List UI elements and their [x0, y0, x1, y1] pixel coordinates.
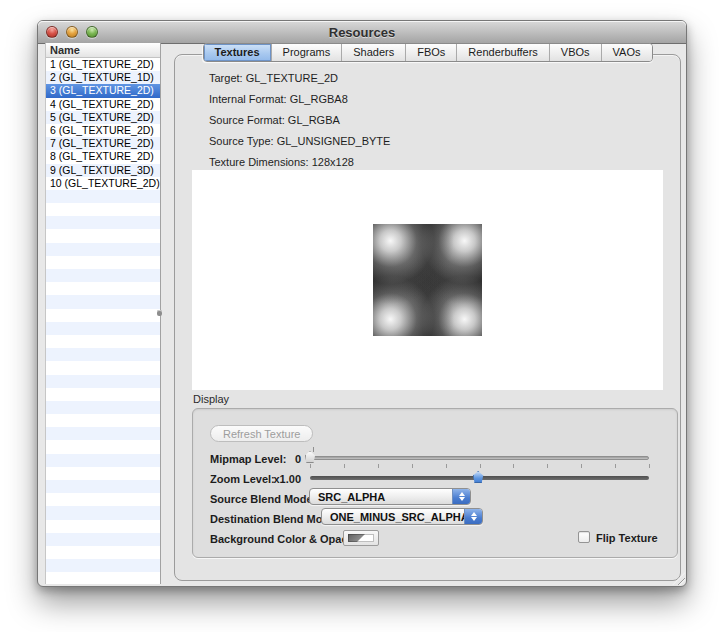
source-blend-mode-popup[interactable]: SRC_ALPHA [309, 488, 471, 505]
empty-list-row [46, 388, 160, 401]
empty-list-row [46, 269, 160, 282]
splitter-handle[interactable] [157, 310, 162, 316]
empty-list-row [46, 440, 160, 453]
destination-blend-mode-value: ONE_MINUS_SRC_ALPHA [330, 510, 469, 524]
background-color-well[interactable] [343, 530, 379, 546]
mipmap-slider[interactable] [310, 450, 649, 463]
mipmap-slider-track[interactable] [310, 456, 649, 460]
resource-list-item[interactable]: 4 (GL_TEXTURE_2D) [46, 98, 160, 111]
empty-list-row [46, 295, 160, 308]
tab-bar: TexturesProgramsShadersFBOsRenderbuffers… [202, 43, 652, 62]
empty-list-row [46, 414, 160, 427]
info-internal-format: Internal Format: GL_RGBA8 [209, 93, 348, 105]
empty-list-row [46, 243, 160, 256]
window-title: Resources [38, 25, 686, 40]
empty-list-row [46, 203, 160, 216]
empty-list-row [46, 572, 160, 584]
empty-list-row [46, 190, 160, 203]
flip-texture-label[interactable]: Flip Texture [596, 532, 658, 544]
display-group-label: Display [193, 393, 229, 405]
empty-list-row [46, 454, 160, 467]
empty-list-row [46, 520, 160, 533]
resource-list-item[interactable]: 10 (GL_TEXTURE_2D) [46, 177, 160, 190]
resource-list-item[interactable]: 8 (GL_TEXTURE_2D) [46, 150, 160, 163]
tab-content-panel: TexturesProgramsShadersFBOsRenderbuffers… [174, 54, 681, 581]
popup-arrows-icon [464, 509, 482, 524]
resource-list-item[interactable]: 6 (GL_TEXTURE_2D) [46, 124, 160, 137]
resource-list-item[interactable]: 3 (GL_TEXTURE_2D) [46, 84, 160, 97]
zoom-slider-ticks [310, 464, 649, 469]
empty-list-row [46, 506, 160, 519]
name-column-header[interactable]: Name [46, 43, 160, 58]
resource-list-item[interactable]: 5 (GL_TEXTURE_2D) [46, 111, 160, 124]
info-target: Target: GL_TEXTURE_2D [209, 72, 338, 84]
empty-list-row [46, 322, 160, 335]
resource-sidebar: Name 1 (GL_TEXTURE_2D)2 (GL_TEXTURE_1D)3… [45, 43, 161, 584]
tab-fbos[interactable]: FBOs [406, 44, 457, 61]
empty-list-row [46, 361, 160, 374]
display-group-box: Refresh Texture Mipmap Level: 0 Zoom Lev… [192, 408, 678, 558]
resource-list-item[interactable]: 1 (GL_TEXTURE_2D) [46, 58, 160, 71]
empty-list-row [46, 467, 160, 480]
color-swatch [348, 534, 374, 542]
empty-list-row [46, 480, 160, 493]
empty-list-row [46, 401, 160, 414]
empty-list-row [46, 533, 160, 546]
mipmap-level-value: 0 [253, 453, 301, 465]
empty-list-row [46, 229, 160, 242]
zoom-slider[interactable] [310, 470, 649, 483]
zoom-slider-thumb[interactable] [473, 471, 484, 483]
empty-list-row [46, 335, 160, 348]
tab-vbos[interactable]: VBOs [550, 44, 602, 61]
resource-list: 1 (GL_TEXTURE_2D)2 (GL_TEXTURE_1D)3 (GL_… [46, 58, 160, 584]
refresh-texture-button[interactable]: Refresh Texture [210, 425, 313, 442]
empty-list-row [46, 348, 160, 361]
source-blend-mode-value: SRC_ALPHA [318, 490, 385, 504]
resource-list-item[interactable]: 2 (GL_TEXTURE_1D) [46, 71, 160, 84]
tab-renderbuffers[interactable]: Renderbuffers [457, 44, 550, 61]
empty-list-row [46, 559, 160, 572]
resource-list-item[interactable]: 9 (GL_TEXTURE_3D) [46, 164, 160, 177]
info-source-type: Source Type: GL_UNSIGNED_BYTE [209, 135, 390, 147]
empty-list-row [46, 375, 160, 388]
title-bar[interactable]: Resources [38, 21, 686, 44]
background-color-opacity-label: Background Color & Opacity: [210, 533, 364, 545]
texture-preview-area [192, 170, 663, 390]
tab-vaos[interactable]: VAOs [602, 44, 652, 61]
empty-list-row [46, 309, 160, 322]
destination-blend-mode-label: Destination Blend Mode: [210, 513, 339, 525]
empty-list-row [46, 282, 160, 295]
mipmap-slider-thumb[interactable] [305, 451, 316, 463]
flip-texture-checkbox[interactable] [578, 531, 590, 543]
tab-textures[interactable]: Textures [203, 44, 271, 61]
empty-list-row [46, 546, 160, 559]
info-texture-dimensions: Texture Dimensions: 128x128 [209, 156, 354, 168]
empty-list-row [46, 256, 160, 269]
info-source-format: Source Format: GL_RGBA [209, 114, 340, 126]
zoom-level-value: x1.00 [253, 473, 301, 485]
tab-programs[interactable]: Programs [272, 44, 343, 61]
resources-window: Resources Name 1 (GL_TEXTURE_2D)2 (GL_TE… [37, 20, 687, 587]
empty-list-row [46, 427, 160, 440]
empty-list-row [46, 216, 160, 229]
source-blend-mode-label: Source Blend Mode: [210, 493, 316, 505]
resource-list-item[interactable]: 7 (GL_TEXTURE_2D) [46, 137, 160, 150]
empty-list-row [46, 493, 160, 506]
window-content: Name 1 (GL_TEXTURE_2D)2 (GL_TEXTURE_1D)3… [38, 43, 686, 586]
popup-arrows-icon [452, 489, 470, 504]
texture-image [373, 224, 482, 336]
tab-shaders[interactable]: Shaders [342, 44, 406, 61]
destination-blend-mode-popup[interactable]: ONE_MINUS_SRC_ALPHA [321, 508, 483, 525]
